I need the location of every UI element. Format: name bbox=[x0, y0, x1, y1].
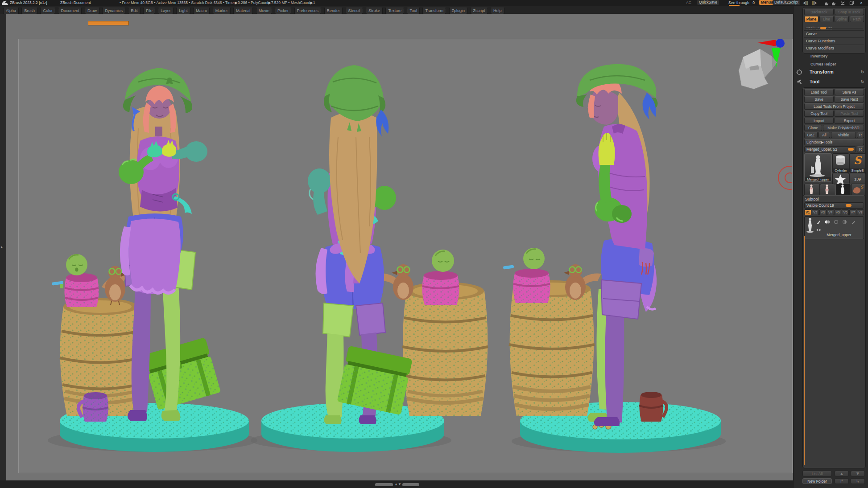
move-out-folder-button[interactable]: ↱ bbox=[835, 478, 849, 484]
mode-path-button[interactable]: Path bbox=[850, 16, 864, 22]
menu-zplugin[interactable]: Zplugin bbox=[449, 8, 468, 14]
scroll-hand-right-icon[interactable] bbox=[831, 1, 836, 8]
visibility-eye-icon[interactable] bbox=[816, 226, 822, 232]
minimize-icon[interactable] bbox=[840, 0, 845, 7]
quicksave-button[interactable]: QuickSave bbox=[697, 0, 719, 5]
subtool-down-button[interactable]: ▼ bbox=[851, 471, 865, 476]
section-curve[interactable]: Curve bbox=[804, 30, 864, 37]
menu-color[interactable]: Color bbox=[40, 8, 55, 14]
menu-macro[interactable]: Macro bbox=[193, 8, 210, 14]
simple-brush-thumbnail[interactable]: S SimpleB bbox=[849, 153, 866, 173]
menu-movie[interactable]: Movie bbox=[256, 8, 272, 14]
load-tool-button[interactable]: Load Tool bbox=[804, 89, 834, 95]
active-tool-slider[interactable]: Merged_upper. 52 bbox=[804, 146, 856, 152]
visible-button[interactable]: Visible bbox=[831, 132, 856, 138]
subtool-scroll-indicator[interactable] bbox=[804, 236, 805, 465]
subtool-list-item[interactable]: Merged_upper bbox=[804, 216, 864, 239]
section-curve-functions[interactable]: Curve Functions bbox=[804, 37, 864, 45]
save-button[interactable]: Save bbox=[804, 96, 834, 103]
subtool-tab-v5[interactable]: V5 bbox=[835, 209, 842, 215]
menu-marker[interactable]: Marker bbox=[213, 8, 231, 14]
menu-alpha[interactable]: Alpha bbox=[3, 8, 19, 14]
section-curve-modifiers[interactable]: Curve Modifiers bbox=[804, 45, 864, 52]
menu-brush[interactable]: Brush bbox=[21, 8, 37, 14]
subtool-tab-v6[interactable]: V6 bbox=[842, 209, 849, 215]
tool-reset-icon[interactable]: ↻ bbox=[861, 79, 864, 84]
transform-palette-row[interactable]: Transform ↻ bbox=[794, 69, 868, 76]
mode-line-button[interactable]: Line bbox=[819, 16, 834, 22]
goz-button[interactable]: GoZ bbox=[804, 132, 818, 138]
backtrack-button[interactable]: Backtrack bbox=[804, 9, 834, 15]
scroll-hand-left-icon[interactable] bbox=[823, 1, 829, 8]
menu-zscript[interactable]: Zscript bbox=[471, 8, 488, 14]
restore-window-icon[interactable] bbox=[849, 0, 854, 7]
menu-texture[interactable]: Texture bbox=[385, 8, 404, 14]
menu-picker[interactable]: Picker bbox=[275, 8, 291, 14]
menu-dynamics[interactable]: Dynamics bbox=[102, 8, 125, 14]
menu-preferences[interactable]: Preferences bbox=[294, 8, 322, 14]
save-next-button[interactable]: Save Next bbox=[835, 96, 864, 103]
left-tray-icon[interactable]: ◂||| bbox=[803, 0, 808, 6]
subtool-tab-v4[interactable]: V4 bbox=[827, 209, 834, 215]
make-polymesh3d-button[interactable]: Make PolyMesh3D bbox=[823, 125, 864, 131]
menu-file[interactable]: File bbox=[143, 8, 155, 14]
subtool-tab-v2[interactable]: V2 bbox=[812, 209, 819, 215]
lightbox-divider-handle[interactable] bbox=[88, 21, 129, 25]
menu-transform[interactable]: Transform bbox=[422, 8, 446, 14]
track-curvature-slider[interactable]: Track Curvature bbox=[804, 23, 864, 29]
export-button[interactable]: Export bbox=[835, 118, 864, 124]
menu-render[interactable]: Render bbox=[324, 8, 343, 14]
menu-material[interactable]: Material bbox=[233, 8, 253, 14]
new-folder-button[interactable]: New Folder bbox=[802, 478, 832, 484]
default-zscript-button[interactable]: DefaultZScript bbox=[773, 0, 800, 5]
subtool-header[interactable]: Subtool bbox=[804, 197, 864, 202]
right-tray-icon[interactable]: |||▸ bbox=[812, 0, 817, 6]
slider-r-button[interactable]: R bbox=[857, 146, 864, 152]
fill-circle-icon[interactable] bbox=[833, 218, 839, 224]
menu-stencil[interactable]: Stencil bbox=[346, 8, 363, 14]
save-as-button[interactable]: Save As bbox=[835, 89, 864, 95]
copy-tool-button[interactable]: Copy Tool bbox=[804, 111, 834, 117]
list-all-button[interactable]: List All bbox=[802, 471, 832, 476]
import-button[interactable]: Import bbox=[804, 118, 834, 124]
snaptotrack-button[interactable]: SnapToTrack bbox=[835, 9, 864, 15]
menu-stroke[interactable]: Stroke bbox=[366, 8, 383, 14]
uv-pen-icon[interactable] bbox=[851, 218, 856, 224]
menu-tool[interactable]: Tool bbox=[407, 8, 420, 14]
tool-palette-row[interactable]: Tool ↻ bbox=[794, 79, 868, 86]
left-tray-handle-icon[interactable]: ▸ bbox=[1, 245, 3, 249]
cylinder-tool-thumbnail[interactable]: Cylinder bbox=[832, 153, 849, 173]
document-canvas[interactable] bbox=[18, 39, 793, 473]
subtool-tab-v1[interactable]: V1 bbox=[804, 209, 811, 215]
bottom-tray-handle-icon[interactable]: ▲▼ bbox=[394, 482, 401, 486]
goz-r-button[interactable]: R bbox=[857, 132, 864, 138]
mode-spline-button[interactable]: Spline bbox=[835, 16, 849, 22]
menu-light[interactable]: Light bbox=[176, 8, 190, 14]
mode-plane-button[interactable]: Plane bbox=[804, 16, 818, 22]
subtool-tab-v8[interactable]: V8 bbox=[857, 209, 864, 215]
half-circle-icon[interactable] bbox=[842, 218, 847, 224]
load-tools-from-project-button[interactable]: Load Tools From Project bbox=[804, 103, 864, 110]
transform-reset-icon[interactable]: ↻ bbox=[861, 70, 864, 74]
move-into-folder-button[interactable]: ↳ bbox=[851, 478, 865, 484]
left-tray-rail[interactable]: ▸ bbox=[0, 14, 6, 480]
active-tool-thumbnail[interactable]: Merged_upper bbox=[804, 153, 832, 182]
subtool-up-button[interactable]: ▲ bbox=[835, 471, 849, 476]
subtool-tab-v7[interactable]: V7 bbox=[849, 209, 856, 215]
close-icon[interactable]: × bbox=[860, 0, 863, 6]
subtool-tab-v3[interactable]: V3 bbox=[819, 209, 827, 215]
polypaint-icon[interactable] bbox=[824, 218, 830, 224]
bottom-scrollbar-left[interactable] bbox=[375, 483, 393, 486]
menu-edit[interactable]: Edit bbox=[128, 8, 141, 14]
clone-button[interactable]: Clone bbox=[804, 125, 822, 131]
menu-draw[interactable]: Draw bbox=[85, 8, 99, 14]
menu-layer[interactable]: Layer bbox=[158, 8, 174, 14]
all-button[interactable]: All bbox=[818, 132, 830, 138]
sculpt-brush-icon[interactable] bbox=[816, 218, 822, 224]
menu-help[interactable]: Help bbox=[491, 8, 504, 14]
visible-count-slider[interactable]: Visible Count 19 bbox=[804, 202, 864, 209]
bottom-scrollbar-right[interactable] bbox=[402, 483, 419, 486]
lightbox-tools-button[interactable]: Lightbox▶Tools bbox=[804, 139, 864, 145]
menu-document[interactable]: Document bbox=[58, 8, 82, 14]
paste-tool-button[interactable]: Paste Tool bbox=[835, 111, 864, 117]
